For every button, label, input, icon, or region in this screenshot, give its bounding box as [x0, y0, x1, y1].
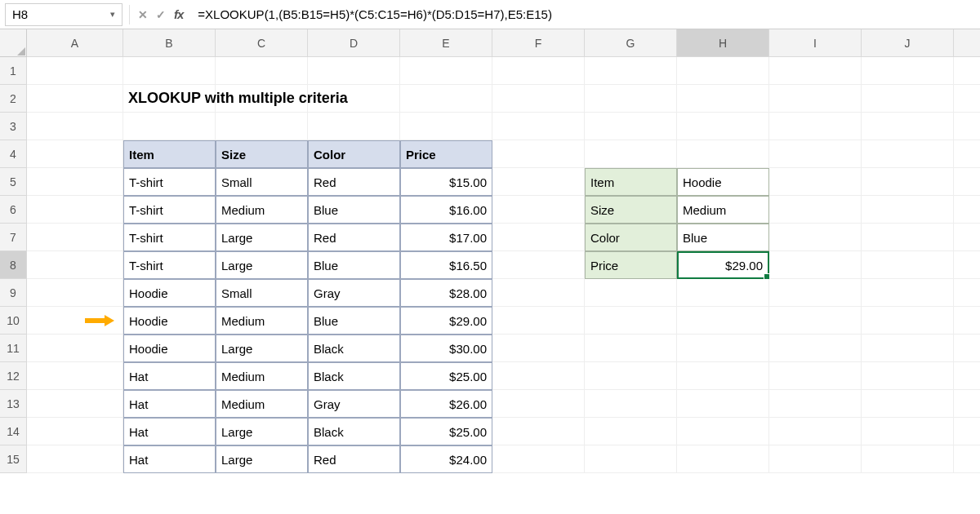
cell-J8[interactable] — [862, 251, 954, 279]
column-header-C[interactable]: C — [216, 29, 308, 57]
table-header-size[interactable]: Size — [216, 140, 308, 168]
cell-I2[interactable] — [769, 85, 862, 113]
cell-K1[interactable] — [954, 57, 980, 85]
cell-H12[interactable] — [677, 362, 769, 390]
row-header-8[interactable]: 8 — [0, 251, 27, 279]
cell-F6[interactable] — [492, 196, 585, 224]
table-cell[interactable]: Medium — [216, 307, 308, 335]
table-cell[interactable]: Black — [308, 335, 400, 362]
cell-J6[interactable] — [862, 196, 954, 224]
cell-I15[interactable] — [769, 445, 862, 473]
table-cell[interactable]: Large — [216, 418, 308, 445]
row-header-7[interactable]: 7 — [0, 224, 27, 251]
table-cell[interactable]: $28.00 — [400, 279, 492, 307]
cell-K3[interactable] — [954, 113, 980, 140]
cell-A13[interactable] — [27, 390, 123, 418]
row-header-14[interactable]: 14 — [0, 418, 27, 445]
row-header-10[interactable]: 10 — [0, 307, 27, 335]
row-header-13[interactable]: 13 — [0, 390, 27, 418]
cell-J15[interactable] — [862, 445, 954, 473]
cell-I7[interactable] — [769, 224, 862, 251]
cell-K13[interactable] — [954, 390, 980, 418]
cell-J3[interactable] — [862, 113, 954, 140]
cell-E3[interactable] — [400, 113, 492, 140]
cell-K15[interactable] — [954, 445, 980, 473]
cell-A9[interactable] — [27, 279, 123, 307]
cell-A7[interactable] — [27, 224, 123, 251]
table-header-item[interactable]: Item — [123, 140, 216, 168]
cell-A11[interactable] — [27, 335, 123, 362]
fx-icon[interactable]: fx — [174, 8, 183, 20]
cell-H14[interactable] — [677, 418, 769, 445]
cell-F9[interactable] — [492, 279, 585, 307]
cell-B3[interactable] — [123, 113, 216, 140]
row-header-15[interactable]: 15 — [0, 445, 27, 473]
table-cell[interactable]: T-shirt — [123, 196, 216, 224]
cell-A8[interactable] — [27, 251, 123, 279]
cell-A4[interactable] — [27, 140, 123, 168]
table-cell[interactable]: Blue — [308, 251, 400, 279]
table-cell[interactable]: Hat — [123, 390, 216, 418]
cell-I11[interactable] — [769, 335, 862, 362]
column-header-E[interactable]: E — [400, 29, 492, 57]
cell-G9[interactable] — [585, 279, 677, 307]
row-header-1[interactable]: 1 — [0, 57, 27, 85]
lookup-label-size[interactable]: Size — [585, 196, 677, 224]
row-header-9[interactable]: 9 — [0, 279, 27, 307]
cell-H3[interactable] — [677, 113, 769, 140]
cell-J1[interactable] — [862, 57, 954, 85]
cell-I5[interactable] — [769, 168, 862, 196]
cell-G2[interactable] — [585, 85, 677, 113]
table-cell[interactable]: Medium — [216, 196, 308, 224]
cell-F8[interactable] — [492, 251, 585, 279]
table-cell[interactable]: Hoodie — [123, 307, 216, 335]
column-header-I[interactable]: I — [769, 29, 862, 57]
cell-I1[interactable] — [769, 57, 862, 85]
cell-J13[interactable] — [862, 390, 954, 418]
table-cell[interactable]: Large — [216, 335, 308, 362]
cell-F5[interactable] — [492, 168, 585, 196]
cell-F2[interactable] — [492, 85, 585, 113]
lookup-label-price[interactable]: Price — [585, 251, 677, 279]
column-header-H[interactable]: H — [677, 29, 769, 57]
cell-A3[interactable] — [27, 113, 123, 140]
lookup-label-color[interactable]: Color — [585, 224, 677, 251]
cell-K8[interactable] — [954, 251, 980, 279]
cell-C1[interactable] — [216, 57, 308, 85]
row-header-11[interactable]: 11 — [0, 335, 27, 362]
table-cell[interactable]: Small — [216, 168, 308, 196]
row-header-3[interactable]: 3 — [0, 113, 27, 140]
cell-E2[interactable] — [400, 85, 492, 113]
cell-I10[interactable] — [769, 307, 862, 335]
column-header-F[interactable]: F — [492, 29, 585, 57]
table-cell[interactable]: Blue — [308, 307, 400, 335]
chevron-down-icon[interactable]: ▾ — [110, 9, 115, 20]
table-cell[interactable]: Black — [308, 362, 400, 390]
cell-A12[interactable] — [27, 362, 123, 390]
cell-J9[interactable] — [862, 279, 954, 307]
row-header-2[interactable]: 2 — [0, 85, 27, 113]
cell-F13[interactable] — [492, 390, 585, 418]
cell-J14[interactable] — [862, 418, 954, 445]
table-cell[interactable]: Blue — [308, 196, 400, 224]
row-header-6[interactable]: 6 — [0, 196, 27, 224]
select-all-corner[interactable] — [0, 29, 27, 57]
cell-H11[interactable] — [677, 335, 769, 362]
table-cell[interactable]: $17.00 — [400, 224, 492, 251]
table-cell[interactable]: Large — [216, 224, 308, 251]
table-cell[interactable]: Red — [308, 445, 400, 473]
lookup-value-size[interactable]: Medium — [677, 196, 769, 224]
cell-F11[interactable] — [492, 335, 585, 362]
column-header-J[interactable]: J — [862, 29, 954, 57]
table-cell[interactable]: Large — [216, 251, 308, 279]
cell-F1[interactable] — [492, 57, 585, 85]
lookup-value-item[interactable]: Hoodie — [677, 168, 769, 196]
cell-F15[interactable] — [492, 445, 585, 473]
table-cell[interactable]: Large — [216, 445, 308, 473]
cell-J12[interactable] — [862, 362, 954, 390]
cell-A6[interactable] — [27, 196, 123, 224]
table-cell[interactable]: Hat — [123, 445, 216, 473]
cell-H4[interactable] — [677, 140, 769, 168]
cell-K5[interactable] — [954, 168, 980, 196]
cell-H9[interactable] — [677, 279, 769, 307]
